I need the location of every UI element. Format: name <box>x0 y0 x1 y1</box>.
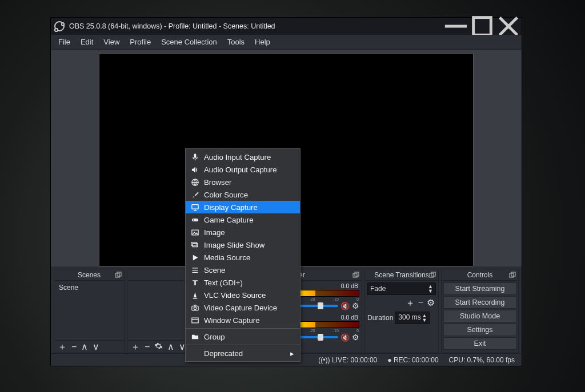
transition-selected: Fade <box>370 285 386 293</box>
broadcast-icon: ((•)) <box>318 356 330 364</box>
mute-icon[interactable]: 🔇 <box>340 333 350 342</box>
popout-icon[interactable] <box>429 272 436 278</box>
channel-settings-icon[interactable]: ⚙ <box>352 301 359 310</box>
ctx-display-capture[interactable]: Display Capture <box>186 201 300 213</box>
ctx-window-capture[interactable]: Window Capture <box>186 314 300 326</box>
ctx-text-gdi[interactable]: Text (GDI+) <box>186 276 300 289</box>
play-icon <box>190 253 199 262</box>
duration-label: Duration <box>367 314 393 322</box>
window-icon <box>190 316 199 325</box>
transitions-title: Scene Transitions <box>374 271 428 279</box>
brush-icon <box>190 191 199 199</box>
mic-icon <box>190 153 199 161</box>
add-source-button[interactable]: ＋ <box>131 342 140 351</box>
source-up-button[interactable]: ∧ <box>167 342 174 351</box>
source-settings-button[interactable] <box>154 342 163 352</box>
live-status: ((•)) LIVE: 00:00:00 <box>318 356 377 364</box>
add-source-context-menu: Audio Input Capture Audio Output Capture… <box>185 148 300 362</box>
record-dot-icon: ● <box>387 356 391 364</box>
slideshow-icon <box>190 241 199 249</box>
duration-value: 300 ms <box>398 313 420 322</box>
globe-icon <box>190 178 199 187</box>
svg-rect-21 <box>191 318 198 323</box>
submenu-arrow-icon: ▸ <box>290 349 294 358</box>
svg-rect-13 <box>191 204 198 209</box>
start-streaming-button[interactable]: Start Streaming <box>443 282 516 295</box>
menu-edit[interactable]: Edit <box>75 36 98 48</box>
add-transition-button[interactable]: ＋ <box>406 297 415 309</box>
menu-view[interactable]: View <box>98 36 125 48</box>
ctx-video-capture-device[interactable]: Video Capture Device <box>186 301 300 314</box>
svg-point-20 <box>194 306 196 309</box>
menubar: File Edit View Profile Scene Collection … <box>51 35 522 50</box>
popout-icon[interactable] <box>509 272 516 278</box>
scenes-toolbar: ＋ − ∧ ∨ <box>54 340 124 353</box>
menu-help[interactable]: Help <box>250 36 275 48</box>
ctx-audio-output-capture[interactable]: Audio Output Capture <box>186 163 300 176</box>
scene-item[interactable]: Scene <box>57 282 122 293</box>
text-icon <box>190 278 199 287</box>
minimize-button[interactable] <box>443 18 469 35</box>
gamepad-icon <box>190 216 199 224</box>
folder-icon <box>190 333 199 341</box>
ctx-media-source[interactable]: Media Source <box>186 251 300 264</box>
remove-transition-button[interactable]: − <box>418 297 423 309</box>
ctx-color-source[interactable]: Color Source <box>186 188 300 201</box>
menu-profile[interactable]: Profile <box>125 36 156 48</box>
cpu-status: CPU: 0.7%, 60.00 fps <box>449 356 515 364</box>
transition-settings-button[interactable]: ⚙ <box>427 297 435 309</box>
obs-logo-icon <box>54 21 65 31</box>
camera-icon <box>190 304 199 312</box>
popout-icon[interactable] <box>352 272 359 278</box>
controls-title: Controls <box>467 271 493 279</box>
scene-up-button[interactable]: ∧ <box>81 342 88 351</box>
ctx-deprecated[interactable]: Deprecated▸ <box>186 347 300 359</box>
start-recording-button[interactable]: Start Recording <box>443 296 516 309</box>
settings-button[interactable]: Settings <box>443 324 516 336</box>
scenes-title: Scenes <box>78 271 101 279</box>
remove-source-button[interactable]: − <box>145 342 150 351</box>
menu-separator <box>186 328 300 329</box>
monitor-icon <box>190 203 199 212</box>
ctx-image[interactable]: Image <box>186 226 300 239</box>
svg-point-15 <box>196 219 197 220</box>
close-button[interactable] <box>495 18 522 35</box>
svg-rect-1 <box>474 18 491 35</box>
duration-input[interactable]: 300 ms ▲▼ <box>395 312 430 324</box>
window-title: OBS 25.0.8 (64-bit, windows) - Profile: … <box>69 22 443 30</box>
speaker-icon <box>190 165 199 174</box>
scenes-dock: Scenes Scene ＋ − ∧ ∨ <box>54 269 125 353</box>
scenes-list[interactable]: Scene <box>57 282 122 338</box>
svg-rect-17 <box>193 243 198 246</box>
scene-down-button[interactable]: ∨ <box>93 342 99 351</box>
ctx-game-capture[interactable]: Game Capture <box>186 213 300 226</box>
menu-tools[interactable]: Tools <box>222 36 250 48</box>
ctx-vlc-video-source[interactable]: VLC Video Source <box>186 289 300 301</box>
scene-transitions-dock: Scene Transitions Fade ▲▼ ＋ − ⚙ Duration <box>364 269 439 353</box>
ctx-scene[interactable]: Scene <box>186 264 300 276</box>
titlebar: OBS 25.0.8 (64-bit, windows) - Profile: … <box>51 18 522 35</box>
controls-dock: Controls Start Streaming Start Recording… <box>441 269 519 353</box>
channel-settings-icon[interactable]: ⚙ <box>352 333 359 342</box>
cone-icon <box>190 291 199 300</box>
popout-icon[interactable] <box>115 272 122 278</box>
rec-status: ● REC: 00:00:00 <box>387 356 438 364</box>
mute-icon[interactable]: 🔇 <box>340 302 350 310</box>
menu-file[interactable]: File <box>53 36 75 48</box>
maximize-button[interactable] <box>469 18 495 35</box>
studio-mode-button[interactable]: Studio Mode <box>443 310 516 322</box>
ctx-audio-input-capture[interactable]: Audio Input Capture <box>186 151 300 163</box>
chevron-updown-icon: ▲▼ <box>422 313 427 322</box>
image-icon <box>190 228 199 237</box>
channel-db: 0.0 dB <box>341 282 358 289</box>
ctx-group[interactable]: Group <box>186 330 300 343</box>
add-scene-button[interactable]: ＋ <box>58 342 67 351</box>
channel-db: 0.0 dB <box>341 314 358 321</box>
ctx-image-slide-show[interactable]: Image Slide Show <box>186 239 300 251</box>
remove-scene-button[interactable]: − <box>71 342 77 351</box>
menu-scene-collection[interactable]: Scene Collection <box>156 36 222 48</box>
list-icon <box>190 266 199 274</box>
exit-button[interactable]: Exit <box>443 337 516 350</box>
ctx-browser[interactable]: Browser <box>186 176 300 188</box>
transition-select[interactable]: Fade ▲▼ <box>367 282 436 295</box>
